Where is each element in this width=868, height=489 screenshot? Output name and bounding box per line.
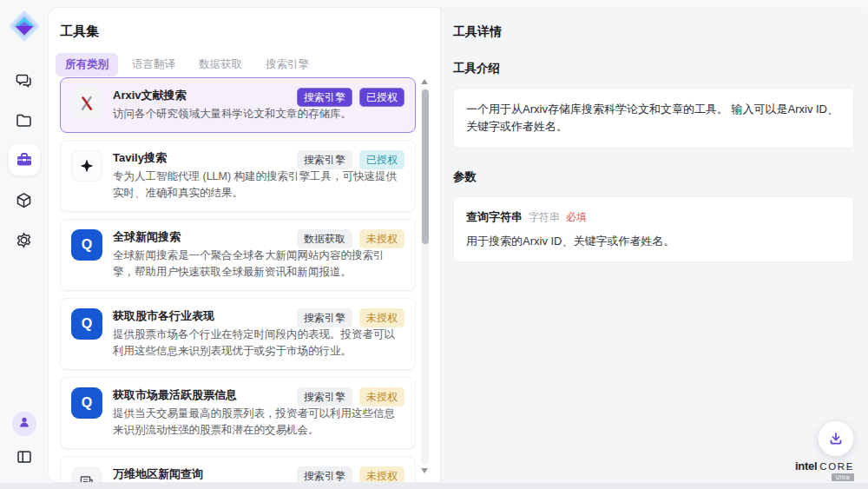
category-tab-2[interactable]: 数据获取 (189, 53, 252, 76)
sidebar-item-folder[interactable] (9, 104, 40, 135)
scrollbar (421, 77, 429, 475)
sidebar-bottom (9, 412, 40, 470)
tavily-icon (71, 150, 102, 182)
arxiv-icon (71, 88, 102, 119)
tool-detail-panel: 工具详情 工具介绍 一个用于从Arxiv存储库搜索科学论文和文章的工具。 输入可… (441, 7, 868, 483)
chat-icon (15, 71, 33, 89)
auth-status-badge: 已授权 (359, 88, 404, 107)
auth-status-badge: 已授权 (359, 150, 404, 169)
category-badge: 搜索引擎 (297, 88, 352, 107)
scrollbar-thumb[interactable] (422, 89, 429, 244)
param-desc: 用于搜索的Arxiv ID、关键字或作者姓名。 (466, 233, 841, 249)
tool-badges: 搜索引擎已授权 (297, 150, 404, 169)
sidebar (0, 0, 48, 483)
param-type: 字符串 (529, 210, 560, 225)
sidebar-nav (9, 64, 40, 255)
tool-description: 提供当天交易量最高的股票列表，投资者可以利用这些信息来识别流动性强的股票和潜在的… (113, 406, 404, 439)
intro-text: 一个用于从Arxiv存储库搜索科学论文和文章的工具。 输入可以是Arxiv ID… (466, 101, 841, 135)
intel-core-ultra-logo: intel CORE Ultra (790, 459, 859, 481)
param-required-badge: 必填 (566, 210, 587, 225)
gear-icon (15, 231, 33, 249)
category-tab-3[interactable]: 搜索引擎 (256, 53, 319, 76)
param-name: 查询字符串 (466, 209, 523, 225)
qblue-icon: Q (71, 229, 102, 261)
category-badge: 搜索引擎 (297, 308, 352, 327)
param-card: 查询字符串 字符串 必填 用于搜索的Arxiv ID、关键字或作者姓名。 (453, 196, 854, 262)
qblue-icon: Q (71, 387, 102, 419)
tool-badges: 搜索引擎未授权 (297, 387, 404, 406)
scroll-down-button[interactable] (421, 468, 428, 473)
auth-status-badge: 未授权 (359, 387, 404, 406)
scroll-up-button[interactable] (421, 79, 428, 84)
folder-icon (15, 111, 33, 129)
tool-card[interactable]: Arxiv文献搜索访问各个研究领域大量科学论文和文章的存储库。搜索引擎已授权 (60, 77, 416, 133)
intel-wordmark: intel (795, 459, 817, 472)
auth-status-badge: 未授权 (359, 229, 404, 248)
tool-card[interactable]: Q全球新闻搜索全球新闻搜索是一个聚合全球各大新闻网站内容的搜索引擎，帮助用户快速… (60, 219, 416, 291)
params-heading: 参数 (453, 169, 868, 185)
tool-card[interactable]: 万维地区新闻查询查询具体行政区划内的新闻，快速了解各地新闻动搜索引擎未授权 (60, 456, 416, 482)
newspaper-icon (71, 466, 102, 482)
category-badge: 搜索引擎 (297, 466, 352, 482)
tool-card[interactable]: Q获取股市各行业表现提供股票市场各个行业在特定时间段内的表现。投资者可以利用这些… (60, 298, 416, 370)
sidebar-item-panel-toggle[interactable] (9, 444, 40, 470)
intro-heading: 工具介绍 (453, 61, 868, 76)
tool-list: Arxiv文献搜索访问各个研究领域大量科学论文和文章的存储库。搜索引擎已授权Ta… (60, 77, 416, 482)
category-badge: 搜索引擎 (297, 387, 352, 406)
tool-badges: 数据获取未授权 (297, 229, 404, 248)
tool-description: 访问各个研究领域大量科学论文和文章的存储库。 (113, 106, 404, 122)
tool-description: 专为人工智能代理 (LLM) 构建的搜索引擎工具，可快速提供实时、准确和真实的结… (113, 169, 404, 202)
tool-card[interactable]: Q获取市场最活跃股票信息提供当天交易量最高的股票列表，投资者可以利用这些信息来识… (60, 377, 416, 449)
category-badge: 数据获取 (297, 229, 352, 248)
intro-card: 一个用于从Arxiv存储库搜索科学论文和文章的工具。 输入可以是Arxiv ID… (453, 88, 854, 149)
bottom-edge (0, 483, 868, 489)
panel-icon (16, 448, 33, 466)
download-button[interactable] (819, 421, 853, 456)
detail-title: 工具详情 (453, 24, 868, 40)
tool-description: 全球新闻搜索是一个聚合全球各大新闻网站内容的搜索引擎，帮助用户快速获取全球最新资… (113, 248, 404, 281)
toolbox-icon (15, 150, 34, 169)
auth-status-badge: 未授权 (359, 466, 404, 482)
sidebar-item-user[interactable] (12, 412, 36, 436)
ultra-badge: Ultra (832, 473, 854, 481)
tool-list-panel: 工具集 所有类别语言翻译数据获取搜索引擎 Arxiv文献搜索访问各个研究领域大量… (48, 7, 441, 483)
category-tab-1[interactable]: 语言翻译 (122, 53, 185, 76)
auth-status-badge: 未授权 (359, 308, 404, 327)
tool-card[interactable]: Tavily搜索专为人工智能代理 (LLM) 构建的搜索引擎工具，可快速提供实时… (60, 140, 416, 212)
sidebar-item-toolbox[interactable] (9, 144, 40, 175)
param-head: 查询字符串 字符串 必填 (466, 209, 841, 225)
app-logo-diamond-icon (7, 9, 42, 43)
category-badge: 搜索引擎 (297, 150, 352, 169)
page-title: 工具集 (60, 23, 440, 40)
sidebar-item-settings[interactable] (9, 224, 40, 255)
sidebar-item-package[interactable] (9, 184, 40, 215)
tool-badges: 搜索引擎未授权 (297, 466, 404, 482)
tool-description: 提供股票市场各个行业在特定时间段内的表现。投资者可以利用这些信息来识别表现优于或… (113, 327, 404, 360)
core-wordmark: CORE (819, 461, 854, 472)
tool-badges: 搜索引擎未授权 (297, 308, 404, 327)
package-icon (15, 191, 33, 209)
category-tabs: 所有类别语言翻译数据获取搜索引擎 (56, 53, 440, 76)
qblue-icon: Q (71, 308, 102, 340)
user-avatar-icon (17, 415, 31, 433)
download-icon (828, 431, 844, 446)
tool-badges: 搜索引擎已授权 (297, 88, 404, 107)
category-tab-0[interactable]: 所有类别 (56, 53, 118, 76)
sidebar-item-chat[interactable] (9, 64, 40, 96)
